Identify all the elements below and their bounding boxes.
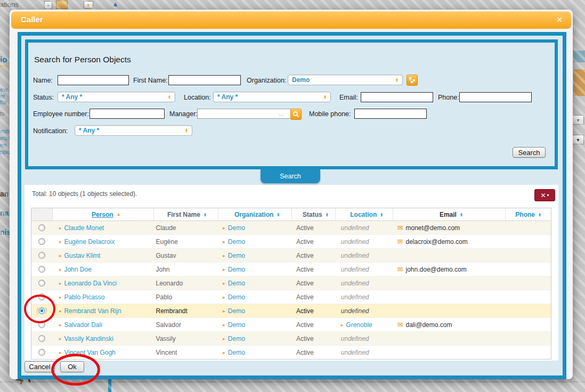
notification-label: Notification: — [33, 127, 68, 135]
row-radio-button[interactable] — [38, 321, 45, 328]
organization-link[interactable]: Demo — [228, 252, 245, 259]
row-radio-button[interactable] — [38, 280, 45, 287]
first-name-cell: Leonardo — [154, 280, 219, 287]
column-header-first-name[interactable]: First Name▲▼ — [154, 208, 219, 220]
close-icon[interactable]: ✕ — [556, 15, 563, 24]
organization-cell: ▸Demo — [218, 321, 292, 329]
organization-link[interactable]: Demo — [228, 307, 245, 315]
person-link[interactable]: Claude Monet — [64, 224, 104, 232]
first-name-input[interactable] — [168, 75, 241, 85]
ok-button[interactable]: Ok — [60, 361, 84, 372]
name-input[interactable] — [58, 75, 129, 85]
location-cell: undefined — [336, 266, 393, 273]
background-dropdown-arrow: ▾ — [572, 135, 584, 144]
column-header-organization[interactable]: Organization▲▼ — [218, 208, 292, 220]
organization-link[interactable]: Demo — [228, 321, 245, 329]
column-label: Location — [350, 211, 377, 218]
chevron-down-icon: ▾ — [576, 117, 579, 123]
sort-down-icon: ▼ — [538, 215, 541, 217]
search-tab-button[interactable]: Search — [261, 169, 320, 183]
email-cell: ✉dali@demo.com — [393, 321, 506, 329]
form-search-button[interactable]: Search — [513, 147, 546, 158]
minus-icon: - — [47, 2, 49, 8]
table-row[interactable]: ▸Claude MonetClaude▸DemoActiveundefined✉… — [31, 221, 551, 234]
radio-cell — [31, 293, 53, 300]
person-link[interactable]: Gustav Klimt — [64, 252, 100, 259]
manager-search-button[interactable] — [290, 109, 302, 120]
background-dropdown-arrow: ▾ — [572, 115, 584, 125]
select-arrows-icon: ▲▼ — [323, 95, 330, 99]
sort-down-icon: ▼ — [326, 215, 329, 217]
row-radio-button[interactable] — [38, 238, 45, 245]
table-row[interactable]: ▸Gustav KlimtGustav▸DemoActiveundefined — [31, 248, 551, 262]
person-link[interactable]: Pablo Picasso — [64, 293, 104, 301]
table-tools-button[interactable]: ✕ ▾ — [534, 189, 555, 201]
column-header-person[interactable]: Person▲ — [53, 208, 154, 220]
person-link[interactable]: Rembrandt Van Rijn — [64, 307, 121, 315]
row-radio-button[interactable] — [38, 293, 45, 300]
person-link[interactable]: Leonardo Da Vinci — [64, 280, 117, 287]
background-caret-button: ▾ — [84, 1, 93, 9]
sort-icon: ▲▼ — [380, 213, 383, 217]
organization-link[interactable]: Demo — [228, 238, 245, 246]
location-label: Location: — [184, 94, 211, 101]
row-radio-button[interactable] — [38, 307, 45, 314]
row-radio-button[interactable] — [38, 252, 45, 259]
table-row[interactable]: ▸Eugène DelacroixEugène▸DemoActiveundefi… — [31, 234, 551, 248]
row-radio-button[interactable] — [38, 349, 45, 356]
person-link[interactable]: Vincent Van Gogh — [64, 349, 115, 356]
organization-link[interactable]: Demo — [228, 335, 245, 342]
table-row[interactable]: ▸Vassily KandinskiVassily▸DemoActiveunde… — [31, 331, 551, 345]
status-cell: Active — [292, 321, 336, 329]
location-link[interactable]: Grenoble — [346, 321, 372, 329]
organization-link[interactable]: Demo — [228, 266, 245, 273]
table-row[interactable]: ▸Leonardo Da VinciLeonardo▸DemoActiveund… — [31, 276, 551, 290]
sort-icon: ▲▼ — [538, 213, 541, 217]
organization-link[interactable]: Demo — [228, 280, 245, 287]
email-input[interactable] — [361, 92, 433, 102]
column-header-status[interactable]: Status▲▼ — [292, 208, 336, 220]
row-radio-button[interactable] — [38, 224, 45, 231]
notification-select[interactable]: * Any * ▲▼ — [75, 125, 192, 136]
person-link[interactable]: John Doe — [64, 266, 91, 273]
status-select[interactable]: * Any * ▲▼ — [58, 92, 175, 102]
status-value: * Any * — [58, 93, 168, 101]
person-link[interactable]: Eugène Delacroix — [64, 238, 115, 246]
person-link[interactable]: Vassily Kandinski — [64, 335, 113, 342]
mobile-phone-input[interactable] — [354, 109, 427, 119]
results-table: Person▲First Name▲▼Organization▲▼Status▲… — [31, 208, 551, 360]
column-header-email[interactable]: Email▲▼ — [393, 208, 506, 220]
organization-cell: ▸Demo — [218, 307, 292, 315]
row-radio-button[interactable] — [38, 266, 45, 273]
table-body: ▸Claude MonetClaude▸DemoActiveundefined✉… — [31, 221, 551, 359]
organization-link[interactable]: Demo — [228, 293, 245, 301]
row-radio-button[interactable] — [38, 335, 45, 342]
organization-select[interactable]: Demo ▲▼ — [288, 75, 403, 85]
table-row[interactable]: ▸John DoeJohn▸DemoActiveundefined✉john.d… — [31, 262, 551, 276]
person-cell: ▸John Doe — [53, 266, 154, 273]
radio-cell — [31, 321, 53, 328]
table-row[interactable]: ▸Salvador DaliSalvador▸DemoActive▸Grenob… — [31, 317, 551, 331]
location-undefined: undefined — [341, 307, 369, 315]
mobile-phone-label: Mobile phone: — [309, 110, 351, 118]
table-row[interactable]: ▸Rembrandt Van RijnRembrandt▸DemoActiveu… — [31, 304, 551, 317]
organization-link[interactable]: Demo — [228, 349, 245, 356]
status-cell: Active — [292, 335, 336, 342]
employee-number-input[interactable] — [90, 109, 165, 119]
organization-link[interactable]: Demo — [228, 224, 245, 232]
table-row[interactable]: ▸Pablo PicassoPablo▸DemoActiveundefined — [31, 290, 551, 304]
results-summary: Total: 10 objects (1 objects selected). — [32, 190, 137, 198]
column-header-location[interactable]: Location▲▼ — [336, 208, 393, 220]
organization-cell: ▸Demo — [218, 252, 292, 259]
sort-icon: ▲▼ — [277, 213, 280, 217]
cancel-button[interactable]: Cancel — [25, 361, 55, 372]
location-select[interactable]: * Any * ▲▼ — [213, 92, 331, 102]
manager-input[interactable] — [197, 109, 291, 119]
first-name-cell: Rembrandt — [154, 307, 219, 315]
phone-input[interactable] — [459, 92, 532, 102]
organization-tree-button[interactable] — [407, 75, 418, 86]
person-link[interactable]: Salvador Dali — [64, 321, 102, 329]
column-header-phone[interactable]: Phone▲▼ — [506, 208, 551, 220]
table-row[interactable]: ▸Vincent Van GoghVincent▸DemoActiveundef… — [31, 345, 551, 359]
first-name-cell: Salvador — [154, 321, 219, 329]
